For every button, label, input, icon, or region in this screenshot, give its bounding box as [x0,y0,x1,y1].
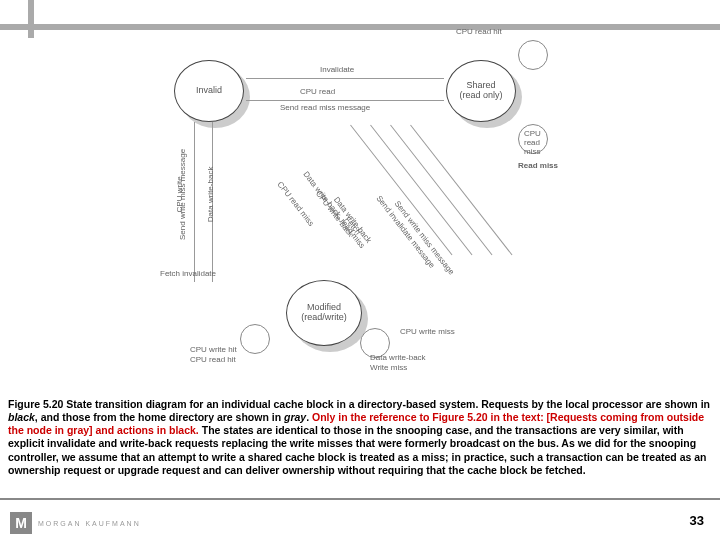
slide-footer: M MORGAN KAUFMANN 33 [0,500,720,540]
edge-label: Invalidate [320,66,354,75]
state-label: (read/write) [301,313,347,323]
edge-label: Send read miss message [280,104,370,113]
edge-label: CPU read miss [275,180,315,228]
state-modified: Modified (read/write) [286,280,362,346]
logo-icon: M [10,512,32,534]
edge-label: CPU read hit [190,356,236,365]
edge-label: CPU read [300,88,335,97]
edge-label: CPU write hit [190,346,237,355]
page-number: 33 [690,513,704,528]
state-label: (read only) [459,91,502,101]
state-diagram: Invalid Shared (read only) Modified (rea… [120,10,600,390]
state-label: Invalid [196,86,222,96]
caption-text: , and those from the home directory are … [35,411,284,423]
caption-text: Figure 5.20 State transition diagram for… [8,398,710,410]
caption-em: gray [284,411,306,423]
edge-label: CPU write miss [400,328,455,337]
edge-label: Data write-back [207,167,216,223]
edge-label: Send write miss message [392,200,455,277]
publisher-name: MORGAN KAUFMANN [38,520,141,527]
publisher-logo: M MORGAN KAUFMANN [10,512,141,534]
state-invalid: Invalid [174,60,244,122]
edge-label: Write miss [370,364,407,373]
edge-label: Data write-back [370,354,426,363]
edge-label: Read miss [518,162,558,171]
edge-label: CPUreadmiss [524,130,541,156]
edge-label: Fetch invalidate [160,270,216,279]
vertical-rule [28,0,34,38]
state-shared: Shared (read only) [446,60,516,122]
arrow [246,78,444,79]
figure-caption: Figure 5.20 State transition diagram for… [8,398,712,477]
edge-label: CPU write [176,176,185,212]
edge-label: CPU read hit [456,28,502,37]
caption-em: black [8,411,35,423]
